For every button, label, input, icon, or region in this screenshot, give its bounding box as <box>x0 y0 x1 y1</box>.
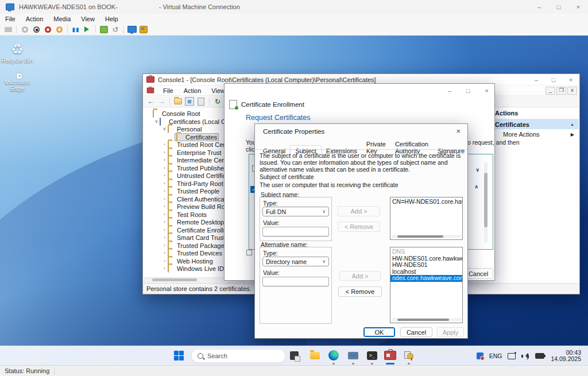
tree-expander[interactable]: › <box>161 188 168 193</box>
vm-menu-action[interactable]: Action <box>21 15 49 23</box>
checkpoint-icon[interactable] <box>99 25 109 34</box>
mmc-child-restore-button[interactable]: ❒ <box>556 87 566 95</box>
enhanced-session-icon[interactable] <box>127 25 137 34</box>
mmc-menu-action[interactable]: Action <box>179 87 207 95</box>
tree-expander[interactable]: › <box>161 204 168 209</box>
back-icon[interactable]: ← <box>147 98 154 106</box>
alt-value-input[interactable] <box>262 277 329 286</box>
scrollbar-thumb[interactable] <box>397 235 443 238</box>
tree-expander[interactable]: › <box>161 235 168 240</box>
vm-menu-file[interactable]: File <box>0 15 21 23</box>
mmc-child-minimize-button[interactable]: _ <box>546 87 555 95</box>
tree-expander[interactable]: › <box>161 173 168 178</box>
tree-expander[interactable]: › <box>161 165 168 170</box>
scrollbar-thumb[interactable] <box>152 278 197 281</box>
tray-status-icon[interactable] <box>477 352 483 359</box>
alt-list-scrollbar[interactable] <box>392 318 461 321</box>
pause-icon[interactable]: ▮▮ <box>71 25 81 34</box>
resume-icon[interactable] <box>82 25 92 34</box>
certificate-tool-button[interactable] <box>402 348 416 362</box>
enrollment-minimize-button[interactable]: – <box>448 87 451 94</box>
vm-close-button[interactable]: × <box>568 3 588 10</box>
tree-expander[interactable]: › <box>161 150 168 155</box>
subject-value-input[interactable] <box>262 227 329 237</box>
tree-expander[interactable]: › <box>161 266 168 271</box>
shut-down-icon[interactable] <box>42 25 53 34</box>
file-explorer-button[interactable] <box>308 348 322 362</box>
vm-minimize-button[interactable]: – <box>529 3 549 10</box>
apply-button[interactable]: Apply <box>437 327 464 337</box>
tree-expander[interactable]: › <box>161 142 168 147</box>
subject-type-dropdown[interactable]: Full DN ∨ <box>262 207 329 216</box>
save-vm-icon[interactable] <box>54 25 64 34</box>
battery-icon[interactable] <box>535 353 544 359</box>
tree-expander[interactable]: › <box>161 250 168 255</box>
clock[interactable]: 00:43 14.09.2025 <box>551 350 581 363</box>
task-view-button[interactable] <box>287 348 301 362</box>
terminal-button[interactable]: >_ <box>365 348 379 362</box>
server-manager-button[interactable] <box>346 348 360 362</box>
subject-list-scrollbar[interactable] <box>392 235 461 238</box>
tree-expander[interactable]: ∨ <box>161 126 168 131</box>
volume-icon[interactable] <box>521 353 529 359</box>
edge-button[interactable] <box>327 348 341 362</box>
details-expand-icon[interactable]: ∧ <box>474 184 478 189</box>
tree-expander[interactable]: › <box>161 227 168 232</box>
desktop-icon-recycle-bin[interactable]: ♻ Recycle Bin <box>1 42 34 64</box>
subject-name-list[interactable]: CN=HW-NDES01.core.hawkweave.com <box>390 197 463 240</box>
ok-button[interactable]: OK <box>363 327 395 337</box>
tree-expander[interactable]: › <box>161 219 168 224</box>
alt-remove-button[interactable]: < Remove <box>338 286 382 297</box>
template-scrollbar[interactable] <box>484 162 488 243</box>
tree-expander[interactable]: › <box>161 212 168 217</box>
start-vm-icon[interactable] <box>20 25 30 34</box>
scrollbar-thumb[interactable] <box>484 173 488 227</box>
alt-entry-selected[interactable]: ndes.core.hawkweave.com <box>390 275 462 282</box>
mmc-child-close-button[interactable]: x <box>567 87 577 95</box>
tree-expander[interactable]: › <box>161 181 168 186</box>
vm-menu-help[interactable]: Help <box>100 15 123 23</box>
tree-expander[interactable]: › <box>161 243 168 248</box>
mmc-maximize-button[interactable]: □ <box>545 76 562 83</box>
desktop-icon-edge[interactable]: ↗ Microsoft Edge <box>1 78 34 92</box>
paste-icon[interactable] <box>196 97 206 106</box>
show-all-templates-checkbox[interactable] <box>246 250 252 255</box>
forward-icon[interactable]: → <box>158 98 165 106</box>
enrollment-maximize-button[interactable]: □ <box>466 87 470 94</box>
mmc-minimize-button[interactable]: – <box>528 76 545 83</box>
vm-menu-view[interactable]: View <box>76 15 100 23</box>
mmc-taskbar-button[interactable] <box>383 348 397 362</box>
tree-expander[interactable]: › <box>161 157 168 162</box>
show-console-tree-icon[interactable]: ▦ <box>184 97 195 106</box>
subject-entry[interactable]: CN=HW-NDES01.core.hawkweave.com <box>390 197 462 206</box>
tree-expander[interactable]: ∨ <box>153 119 160 124</box>
subject-add-button[interactable]: Add > <box>338 206 380 216</box>
scrollbar-thumb[interactable] <box>397 319 449 321</box>
turn-off-icon[interactable] <box>31 25 41 34</box>
enrollment-close-button[interactable]: × <box>485 87 489 94</box>
properties-close-button[interactable]: × <box>456 127 461 135</box>
cancel-button[interactable]: Cancel <box>400 327 432 337</box>
up-one-level-icon[interactable] <box>173 97 183 106</box>
collapse-icon[interactable]: ▲ <box>570 122 574 126</box>
network-icon[interactable] <box>508 353 516 359</box>
mmc-close-button[interactable]: × <box>562 76 579 83</box>
alt-entry[interactable]: HW-NDES01 <box>390 262 462 269</box>
share-icon[interactable] <box>138 25 149 34</box>
tree-expander[interactable]: › <box>161 196 168 201</box>
mmc-menu-file[interactable]: File <box>158 87 179 95</box>
refresh-icon[interactable]: ↻ <box>212 97 223 106</box>
more-actions-item[interactable]: More Actions ▶ <box>490 129 579 139</box>
vm-maximize-button[interactable]: □ <box>549 3 568 10</box>
alt-add-button[interactable]: Add > <box>339 271 381 281</box>
tree-expander[interactable]: › <box>161 258 168 263</box>
subject-remove-button[interactable]: < Remove <box>338 222 380 232</box>
alternative-name-list[interactable]: DNS HW-NDES01.core.hawkweave.com HW-NDES… <box>390 247 463 323</box>
language-indicator[interactable]: ENG <box>489 352 502 359</box>
actions-group-certificates[interactable]: Certificates ▲ <box>490 119 579 129</box>
vm-menu-media[interactable]: Media <box>48 15 76 23</box>
search-box[interactable]: Search <box>191 349 285 363</box>
ctrl-alt-del-icon[interactable] <box>3 25 13 34</box>
details-collapse-icon[interactable]: ∨ <box>475 167 479 173</box>
start-button[interactable] <box>174 351 184 361</box>
